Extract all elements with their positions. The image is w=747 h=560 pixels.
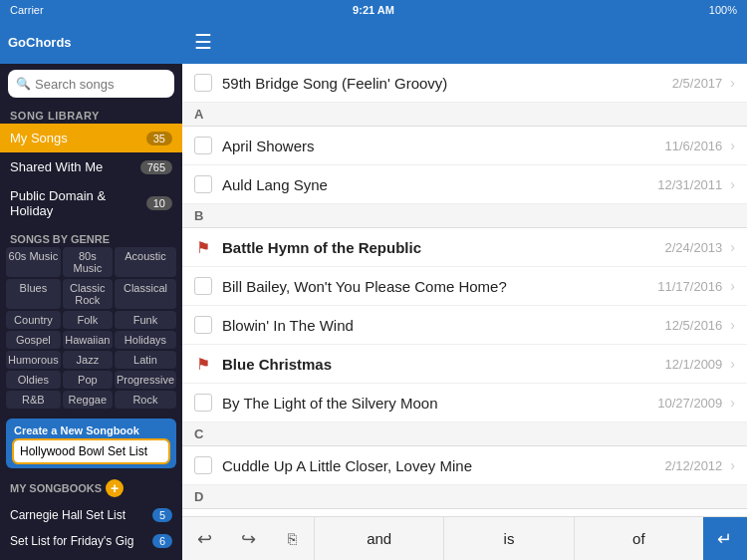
genre-tag-jazz[interactable]: Jazz bbox=[63, 351, 113, 369]
song-date: 12/31/2011 bbox=[657, 177, 722, 192]
word-and-button[interactable]: and bbox=[314, 517, 443, 561]
search-box[interactable]: 🔍 bbox=[8, 70, 174, 98]
song-date: 2/5/2017 bbox=[672, 76, 723, 91]
word-is-button[interactable]: is bbox=[443, 517, 573, 561]
table-row[interactable]: ⚑ Blue Christmas 12/1/2009 › bbox=[182, 345, 747, 384]
genre-tag-blues[interactable]: Blues bbox=[6, 279, 61, 309]
undo-button[interactable]: ↩ bbox=[182, 517, 226, 561]
genre-tag-progressive[interactable]: Progressive bbox=[115, 371, 176, 389]
song-title: By The Light of the Silvery Moon bbox=[222, 395, 657, 412]
song-checkbox[interactable] bbox=[194, 277, 212, 295]
table-row[interactable]: Auld Lang Syne 12/31/2011 › bbox=[182, 165, 747, 204]
song-date: 2/24/2013 bbox=[664, 240, 722, 255]
shared-label: Shared With Me bbox=[10, 159, 103, 174]
song-checkbox[interactable] bbox=[194, 316, 212, 334]
song-title: Blue Christmas bbox=[222, 356, 664, 373]
chevron-right-icon: › bbox=[730, 457, 735, 473]
table-row[interactable]: 59th Bridge Song (Feelin' Groovy) 2/5/20… bbox=[182, 64, 747, 103]
battery-label: 100% bbox=[709, 4, 737, 16]
genre-tag-folk[interactable]: Folk bbox=[63, 311, 113, 329]
genre-tag-rock[interactable]: Rock bbox=[115, 391, 176, 409]
list-item[interactable]: Carnegie Hall Set List 5 bbox=[0, 502, 182, 528]
songbook-label: Carnegie Hall Set List bbox=[10, 508, 125, 522]
public-domain-label: Public Domain & Holiday bbox=[10, 188, 146, 218]
genre-tag-acoustic[interactable]: Acoustic bbox=[115, 247, 176, 277]
flag-icon: ⚑ bbox=[194, 355, 212, 373]
genre-tag-country[interactable]: Country bbox=[6, 311, 61, 329]
table-row[interactable]: Bill Bailey, Won't You Please Come Home?… bbox=[182, 267, 747, 306]
app-container: GoChords 🔍 Song Library My Songs 35 Shar… bbox=[0, 20, 747, 560]
table-row[interactable]: Blowin' In The Wind 12/5/2016 › bbox=[182, 306, 747, 345]
bottom-toolbar: ↩ ↪ ⎘ and is of ↵ bbox=[182, 516, 747, 560]
time-label: 9:21 AM bbox=[353, 4, 394, 16]
chevron-right-icon: › bbox=[730, 176, 735, 192]
song-title: Bill Bailey, Won't You Please Come Home? bbox=[222, 278, 657, 295]
app-logo: GoChords bbox=[8, 35, 72, 50]
song-library-title: Song Library bbox=[0, 104, 182, 124]
genre-tag-pop[interactable]: Pop bbox=[63, 371, 113, 389]
carrier-label: Carrier bbox=[10, 4, 44, 16]
add-songbook-button[interactable]: + bbox=[106, 479, 124, 497]
song-checkbox[interactable] bbox=[194, 137, 212, 154]
table-row[interactable]: Cuddle Up A Little Closer, Lovey Mine 2/… bbox=[182, 446, 747, 485]
chevron-right-icon: › bbox=[730, 138, 735, 153]
songbook-label: Set List for Friday's Gig bbox=[10, 534, 133, 548]
genre-tag-classic-rock[interactable]: Classic Rock bbox=[63, 279, 113, 309]
create-songbook-input[interactable] bbox=[14, 440, 168, 462]
word-of-button[interactable]: of bbox=[574, 517, 703, 561]
section-header: C bbox=[182, 422, 747, 446]
song-title: April Showers bbox=[222, 138, 664, 154]
table-row[interactable]: ⚑ Battle Hymn of the Republic 2/24/2013 … bbox=[182, 228, 747, 267]
list-icon: ☰ bbox=[194, 30, 212, 54]
chevron-right-icon: › bbox=[730, 395, 735, 411]
songbook-list: Carnegie Hall Set List 5Set List for Fri… bbox=[0, 502, 182, 554]
table-row[interactable]: ⚑ Danny Boy 3/17/2012 › bbox=[182, 509, 747, 516]
genre-tag-r&b[interactable]: R&B bbox=[6, 391, 61, 409]
songbooks-title: My Songbooks bbox=[10, 482, 102, 494]
song-checkbox[interactable] bbox=[194, 456, 212, 474]
table-row[interactable]: By The Light of the Silvery Moon 10/27/2… bbox=[182, 384, 747, 422]
genre-tag-classical[interactable]: Classical bbox=[115, 279, 176, 309]
list-item[interactable]: Set List for Friday's Gig 6 bbox=[0, 528, 182, 554]
genre-tag-latin[interactable]: Latin bbox=[115, 351, 176, 369]
search-icon: 🔍 bbox=[16, 77, 31, 91]
search-container: 🔍 bbox=[0, 64, 182, 104]
genre-tag-gospel[interactable]: Gospel bbox=[6, 331, 61, 349]
genre-tag-reggae[interactable]: Reggae bbox=[63, 391, 113, 409]
genre-tag-80s-music[interactable]: 80s Music bbox=[63, 247, 113, 277]
sidebar-scroll: Song Library My Songs 35 Shared With Me … bbox=[0, 104, 182, 560]
sidebar-item-shared[interactable]: Shared With Me 765 bbox=[0, 152, 182, 181]
genre-tag-funk[interactable]: Funk bbox=[115, 311, 176, 329]
table-row[interactable]: April Showers 11/6/2016 › bbox=[182, 127, 747, 165]
redo-button[interactable]: ↪ bbox=[226, 517, 270, 561]
genre-tag-60s-music[interactable]: 60s Music bbox=[6, 247, 61, 277]
song-checkbox[interactable] bbox=[194, 175, 212, 193]
my-songs-label: My Songs bbox=[10, 131, 68, 145]
song-title: Battle Hymn of the Republic bbox=[222, 239, 664, 256]
songbook-count: 6 bbox=[152, 534, 172, 548]
song-checkbox[interactable] bbox=[194, 74, 212, 92]
genre-section: Songs By Genre 60s Music80s MusicAcousti… bbox=[0, 225, 182, 417]
genre-tag-oldies[interactable]: Oldies bbox=[6, 371, 61, 389]
genre-tag-humorous[interactable]: Humorous bbox=[6, 351, 61, 369]
song-list: 59th Bridge Song (Feelin' Groovy) 2/5/20… bbox=[182, 64, 747, 516]
songbooks-header: My Songbooks + bbox=[0, 474, 182, 502]
sidebar-header: GoChords bbox=[0, 20, 182, 64]
genre-grid: 60s Music80s MusicAcousticBluesClassic R… bbox=[6, 247, 176, 409]
confirm-button[interactable]: ↵ bbox=[703, 517, 747, 561]
search-input[interactable] bbox=[35, 77, 166, 92]
shared-badge: 765 bbox=[140, 160, 172, 174]
sidebar-item-public-domain[interactable]: Public Domain & Holiday 10 bbox=[0, 181, 182, 225]
song-date: 2/12/2012 bbox=[664, 458, 722, 473]
genre-tag-hawaiian[interactable]: Hawaiian bbox=[63, 331, 113, 349]
chevron-right-icon: › bbox=[730, 239, 735, 255]
songbook-count: 5 bbox=[152, 508, 172, 522]
song-checkbox[interactable] bbox=[194, 394, 212, 412]
main-content: ☰ 59th Bridge Song (Feelin' Groovy) 2/5/… bbox=[182, 20, 747, 560]
genre-tag-holidays[interactable]: Holidays bbox=[115, 331, 176, 349]
songbooks-section: My Songbooks + Carnegie Hall Set List 5S… bbox=[0, 470, 182, 558]
copy-button[interactable]: ⎘ bbox=[270, 517, 314, 561]
sidebar-item-my-songs[interactable]: My Songs 35 bbox=[0, 124, 182, 152]
song-title: 59th Bridge Song (Feelin' Groovy) bbox=[222, 75, 672, 92]
flag-icon: ⚑ bbox=[194, 238, 212, 256]
